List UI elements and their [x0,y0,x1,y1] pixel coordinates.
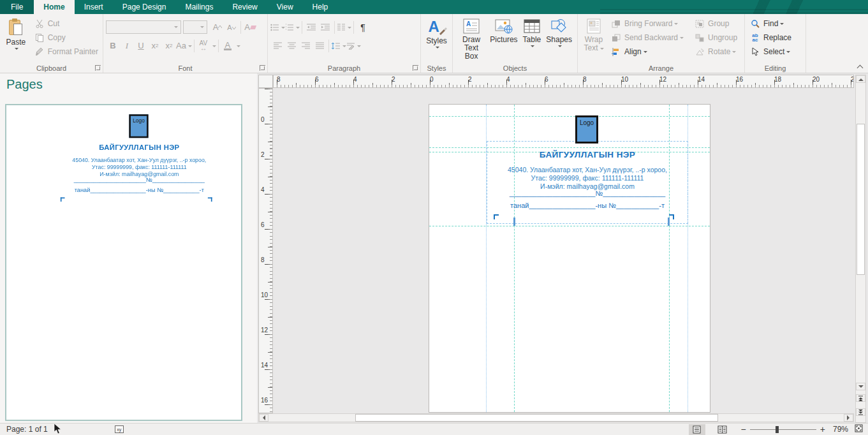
collapse-ribbon-chevron[interactable] [858,64,863,69]
tab-view[interactable]: View [267,0,303,14]
wrap-text-button[interactable]: WrapText [580,17,607,63]
columns-button[interactable] [337,20,351,34]
scroll-left-button[interactable] [259,414,268,422]
two-page-spread-view-button[interactable] [714,424,731,435]
font-color-button[interactable]: A [221,39,235,52]
zoom-slider-thumb[interactable] [776,426,779,433]
tab-mailings[interactable]: Mailings [175,0,223,14]
format-painter-button[interactable]: Format Painter [32,45,100,59]
pages-panel-title: Pages [6,77,43,92]
show-paragraph-marks-button[interactable]: ¶ [356,20,370,34]
clear-formatting-button[interactable]: A [243,20,257,34]
font-name-combobox[interactable] [106,20,181,34]
underline-button[interactable]: U [134,39,148,52]
superscript-button[interactable]: x2 [162,39,176,52]
org-name-text[interactable]: БАЙГУУЛЛАГЫН НЭР [487,151,688,159]
vertical-ruler[interactable]: 0 2 4 6 8 10 12 14 16 [258,88,273,413]
paragraph-shading-button[interactable] [346,39,361,52]
cut-button[interactable]: Cut [32,17,100,31]
publication-page[interactable]: Logo БАЙГУУЛЛАГЫН НЭР 45040. Улаанбаатар… [429,104,710,413]
rotate-button[interactable]: Rotate [692,45,739,59]
reference-number-line[interactable]: ______________________№________________ [487,189,688,198]
pictures-button[interactable]: Pictures [487,17,520,63]
ruler-corner-box [258,75,273,88]
copy-button[interactable]: Copy [32,31,100,45]
scroll-down-button[interactable] [856,383,865,390]
address-line-1[interactable]: 45040. Улаанбаатар хот, Хан-Уул дүүрэг, … [487,166,688,174]
align-right-icon [302,42,310,49]
scroll-right-button[interactable] [844,414,853,422]
previous-page-button[interactable] [856,394,865,402]
fit-page-button[interactable] [855,424,863,434]
horizontal-ruler[interactable]: 8 6 4 2 0 2 4 6 8 10 12 14 16 18 20 22 [273,75,854,88]
grow-font-button[interactable]: A [210,20,224,34]
styles-dropdown-caret[interactable] [436,47,439,50]
zoom-slider[interactable] [750,429,816,430]
align-button[interactable]: Align [608,45,686,59]
vertical-scrollbar[interactable] [855,75,866,423]
shrink-font-button[interactable]: A [224,20,239,34]
table-dropdown-caret[interactable] [531,45,534,49]
subscript-button[interactable]: x2 [148,39,162,52]
align-left-button[interactable] [270,39,284,52]
bold-button[interactable]: B [106,39,120,52]
group-button[interactable]: Group [692,17,739,31]
tab-page-design[interactable]: Page Design [113,0,176,14]
select-cursor-icon [749,47,761,56]
font-color-bar-icon [224,48,232,50]
table-button[interactable]: Table [520,17,544,63]
bullets-button[interactable] [270,20,285,34]
two-page-spread-icon [717,425,727,434]
single-page-view-button[interactable] [689,424,705,435]
increase-indent-button[interactable] [318,20,332,34]
justify-button[interactable] [313,39,327,52]
font-dialog-launcher[interactable] [260,65,265,71]
align-right-button[interactable] [298,39,313,52]
line-spacing-button[interactable] [331,39,346,52]
tab-help[interactable]: Help [303,0,338,14]
scroll-up-button[interactable] [856,75,865,83]
logo-placeholder[interactable]: Logo [575,115,598,144]
paste-button[interactable]: Paste [3,17,29,63]
page-indicator[interactable]: Page: 1 of 1 [6,425,48,434]
character-spacing-button[interactable]: AV↔ [196,39,210,52]
tab-file[interactable]: File [0,0,34,14]
object-position-icon[interactable]: xy [115,425,124,433]
decrease-indent-button[interactable] [304,20,318,34]
recipient-line[interactable]: танай_________________-ны №___________-т [487,202,688,210]
horizontal-scrollbar-thumb[interactable] [355,414,718,422]
horizontal-scrollbar[interactable] [258,413,854,422]
tab-review[interactable]: Review [223,0,267,14]
page-canvas[interactable]: Logo БАЙГУУЛЛАГЫН НЭР 45040. Улаанбаатар… [273,88,854,413]
numbering-button[interactable] [285,20,300,34]
tab-insert[interactable]: Insert [75,0,113,14]
ribbon-group-editing: Find abac Replace Select Editing [745,14,806,73]
shapes-dropdown-caret[interactable] [558,45,562,49]
send-backward-button[interactable]: Send Backward [608,31,686,45]
paste-dropdown-caret[interactable] [15,48,18,52]
zoom-level[interactable]: 79% [833,425,848,434]
page-thumbnail[interactable]: Logo БАЙГУУЛЛАГЫН НЭР 45040. Улаанбаатар… [5,104,242,421]
draw-text-box-button[interactable]: A DrawText Box [455,17,487,63]
address-line-2[interactable]: Утас: 99999999, факс: 111111-111111 [487,174,688,182]
zoom-in-button[interactable]: + [820,424,825,434]
paragraph-dialog-launcher[interactable] [413,65,418,71]
italic-button[interactable]: I [120,39,134,52]
thumbnail-stamp-corner-left [61,197,65,202]
find-button[interactable]: Find [747,17,793,31]
next-page-button[interactable] [856,408,865,416]
vertical-scrollbar-thumb[interactable] [857,124,865,275]
font-size-combobox[interactable] [183,20,207,34]
zoom-out-button[interactable]: − [741,424,746,434]
tab-home[interactable]: Home [34,0,74,14]
ribbon-tab-bar: File Home Insert Page Design Mailings Re… [0,0,868,14]
replace-button[interactable]: abac Replace [747,31,793,45]
styles-button[interactable]: A Styles [423,17,450,63]
ungroup-button[interactable]: Ungroup [692,31,739,45]
select-button[interactable]: Select [747,45,793,59]
change-case-button[interactable]: Aa [176,39,192,52]
shapes-button[interactable]: Shapes [543,17,575,63]
align-center-button[interactable] [284,39,298,52]
bring-forward-button[interactable]: Bring Forward [608,17,686,31]
clipboard-dialog-launcher[interactable] [95,65,101,71]
